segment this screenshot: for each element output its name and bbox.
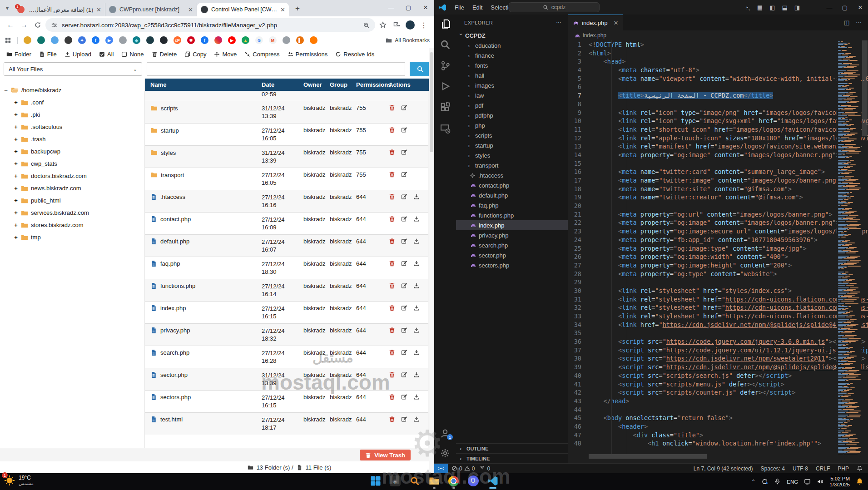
explorer-folder-finance[interactable]: ›finance	[456, 50, 568, 60]
table-row-search.php[interactable]: search.php27/12/2416:28biskradzbiskradz6…	[145, 346, 434, 368]
table-row-sectors.php[interactable]: sectors.php27/12/2416:15biskradzbiskradz…	[145, 390, 434, 412]
explorer-folder-hall[interactable]: ›hall	[456, 70, 568, 80]
table-row-startup[interactable]: startup27/12/2416:05biskradzbiskradz755	[145, 123, 434, 145]
bookmark-favicon-google-drive[interactable]: ▲	[242, 36, 249, 44]
bookmark-favicon-facebook-2[interactable]: f	[201, 36, 208, 44]
tree-item-.pki[interactable]: +.pki	[4, 109, 141, 121]
explorer-file-functions.php[interactable]: functions.php	[456, 210, 568, 220]
toolbar-permissions-button[interactable]: Permissions	[288, 51, 328, 58]
explorer-file-sectors.php[interactable]: sectors.php	[456, 260, 568, 270]
explorer-file-index.php[interactable]: index.php	[456, 220, 568, 230]
delete-icon[interactable]	[389, 305, 395, 311]
extension-avatar[interactable]	[404, 19, 416, 31]
table-row-scripts[interactable]: scripts31/12/2413:39biskradzbiskradz755	[145, 101, 434, 123]
column-header-owner[interactable]: Owner	[303, 81, 330, 88]
taskbar-chrome-icon[interactable]	[447, 475, 460, 487]
bookmark-favicon-github[interactable]	[160, 36, 168, 44]
browser-tab-3[interactable]: Control Web Panel [CWP] - File✕	[197, 3, 289, 16]
table-row-transport[interactable]: transport27/12/2416:05biskradzbiskradz75…	[145, 168, 434, 190]
tab-close-icon[interactable]: ✕	[96, 6, 101, 13]
download-icon[interactable]	[413, 371, 420, 378]
table-row-faq.php[interactable]: faq.php27/12/2418:30biskradzbiskradz644	[145, 257, 434, 279]
bookmark-favicon-teal-diamond[interactable]: ◆	[133, 36, 140, 44]
customize-layout-icon[interactable]: ▦	[757, 4, 763, 11]
delete-icon[interactable]	[389, 371, 395, 378]
download-icon[interactable]	[413, 260, 420, 267]
settings-gear-icon[interactable]	[440, 448, 451, 459]
table-row-index.php[interactable]: index.php27/12/2416:15biskradzbiskradz64…	[145, 301, 434, 323]
download-icon[interactable]	[413, 305, 420, 311]
delete-icon[interactable]	[389, 416, 395, 422]
edit-icon[interactable]	[401, 349, 407, 356]
activity-run-debug-icon[interactable]	[440, 81, 451, 92]
tree-item-public_html[interactable]: +public_html	[4, 194, 141, 207]
tree-item-stores.biskradz.com[interactable]: +stores.biskradz.com	[4, 219, 141, 231]
table-row-sector.php[interactable]: sector.php31/12/2413:39biskradzbiskradz6…	[145, 368, 434, 390]
explorer-file-default.php[interactable]: default.php	[456, 190, 568, 200]
activity-explorer-icon[interactable]	[440, 18, 451, 29]
browser-menu-icon[interactable]: ⋮	[418, 19, 430, 31]
bookmark-favicon-gmail[interactable]: M	[269, 36, 277, 44]
bookmark-favicon-instagram[interactable]	[214, 36, 222, 44]
delete-icon[interactable]	[389, 171, 395, 178]
bookmark-favicon-cpanel[interactable]: cP	[174, 36, 181, 44]
download-icon[interactable]	[413, 282, 420, 289]
status-ln[interactable]: Ln 7, Col 9 (42 selected)	[694, 465, 753, 472]
download-icon[interactable]	[413, 216, 420, 222]
bookmark-favicon-gold-shield[interactable]	[24, 36, 31, 44]
taskbar-geforce-icon[interactable]: ◈	[389, 475, 402, 487]
table-row-privacy.php[interactable]: privacy.php27/12/2418:32biskradzbiskradz…	[145, 323, 434, 346]
download-icon[interactable]	[413, 193, 420, 200]
explorer-file-contact.php[interactable]: contact.php	[456, 180, 568, 190]
file-name[interactable]: scripts	[161, 105, 178, 112]
tray-chevron-icon[interactable]: ⌃	[751, 479, 755, 485]
toolbar-delete-button[interactable]: Delete	[152, 51, 177, 58]
delete-icon[interactable]	[389, 282, 395, 289]
explorer-folder-images[interactable]: ›images	[456, 80, 568, 90]
code-editor[interactable]: 1<!DOCTYPE html>2<html>3 <head>4 <meta c…	[568, 40, 868, 454]
zoom-icon[interactable]	[363, 22, 370, 29]
breadcrumb[interactable]: index.php	[568, 30, 868, 40]
tab-close-icon[interactable]: ✕	[280, 6, 285, 13]
download-icon[interactable]	[413, 349, 420, 356]
status-spaces[interactable]: Spaces: 4	[761, 465, 785, 472]
address-pill[interactable]: server.hostazi.com:2083/cwp_c2558d3cc9c7…	[45, 18, 375, 32]
delete-icon[interactable]	[389, 260, 395, 267]
file-name[interactable]: sector.php	[160, 371, 188, 378]
explorer-folder-transport[interactable]: ›transport	[456, 160, 568, 170]
explorer-file-sector.php[interactable]: sector.php	[456, 250, 568, 260]
column-header-group[interactable]: Group	[330, 81, 356, 88]
menu-edit[interactable]: Edit	[468, 4, 486, 11]
edit-icon[interactable]	[401, 127, 407, 133]
tab-close-icon[interactable]: ✕	[188, 6, 193, 13]
forward-icon[interactable]: →	[18, 19, 30, 31]
vscode-minimize-button[interactable]: —	[822, 0, 837, 15]
section-timeline[interactable]: ›TIMELINE	[456, 453, 568, 463]
file-filter-select[interactable]: All Your Files⌄	[4, 62, 142, 76]
section-outline[interactable]: ›OUTLINE	[456, 443, 568, 453]
edit-icon[interactable]	[401, 104, 407, 111]
tree-item-cwp_stats[interactable]: +cwp_stats	[4, 158, 141, 170]
download-icon[interactable]	[413, 327, 420, 333]
page-scrollbar[interactable]	[429, 48, 434, 473]
edit-icon[interactable]	[401, 193, 407, 200]
bookmark-favicon-gray-robot[interactable]	[283, 36, 290, 44]
status-bell-icon[interactable]	[857, 465, 863, 471]
explorer-folder-scripts[interactable]: ›scripts	[456, 130, 568, 140]
activity-source-control-icon[interactable]	[440, 60, 451, 71]
toolbar-file-button[interactable]: File	[39, 51, 57, 58]
file-name[interactable]: startup	[161, 127, 179, 134]
browser-minimize-button[interactable]: —	[382, 1, 400, 14]
column-header-permissions[interactable]: Permissions	[356, 81, 389, 88]
vscode-search-box[interactable]: ccpdz	[509, 2, 600, 12]
file-name[interactable]: .htaccess	[160, 193, 185, 200]
status-crlf[interactable]: CRLF	[816, 465, 830, 472]
language-indicator[interactable]: ENG	[787, 479, 798, 485]
editor-tab-indexphp[interactable]: index.php ✕	[568, 15, 623, 30]
extensions-puzzle-icon[interactable]	[391, 19, 402, 31]
toolbar-none-button[interactable]: None	[121, 51, 144, 58]
file-name[interactable]: search.php	[160, 349, 189, 356]
delete-icon[interactable]	[389, 216, 395, 222]
explorer-folder-startup[interactable]: ›startup	[456, 140, 568, 150]
back-icon[interactable]: ←	[5, 19, 16, 31]
